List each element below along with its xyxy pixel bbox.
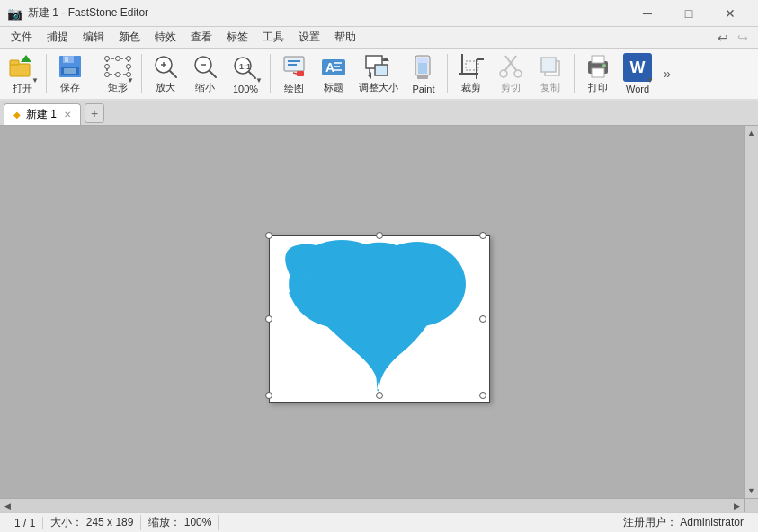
handle-mid-right[interactable] <box>479 315 486 323</box>
cut-svg <box>498 54 523 79</box>
svg-point-10 <box>116 56 120 60</box>
print-icon <box>584 53 612 79</box>
tab-1[interactable]: ◆ 新建 1 ✕ <box>4 103 81 125</box>
rect-icon <box>103 53 132 79</box>
menu-file[interactable]: 文件 <box>4 28 40 48</box>
handle-bottom-mid[interactable] <box>376 392 383 399</box>
paint-svg <box>410 54 437 81</box>
zoom-in-svg <box>153 54 178 79</box>
draw-label: 绘图 <box>284 82 304 95</box>
window-controls: ─ □ ✕ <box>627 0 751 27</box>
svg-point-14 <box>116 72 120 76</box>
separator-1 <box>46 54 47 93</box>
separator-6 <box>574 54 575 93</box>
undo-button[interactable]: ↩ <box>715 31 731 45</box>
menu-help[interactable]: 帮助 <box>327 28 363 48</box>
handle-bottom-right[interactable] <box>479 392 486 399</box>
save-svg <box>58 54 83 79</box>
zoom-100-button[interactable]: 1:1 100% ▼ <box>226 50 265 97</box>
zoom-out-icon <box>191 53 219 79</box>
titlebar: 📷 新建 1 - FastStone Editor ─ □ ✕ <box>0 0 758 27</box>
image-container <box>258 225 501 413</box>
handle-bottom-left[interactable] <box>265 392 272 399</box>
menu-view[interactable]: 查看 <box>183 28 219 48</box>
menu-color[interactable]: 颜色 <box>111 28 147 48</box>
scroll-up-button[interactable]: ▲ <box>745 126 759 140</box>
tab-close-button[interactable]: ✕ <box>64 110 71 120</box>
tag-icon: A <box>319 53 348 79</box>
vertical-scrollbar: ▲ ▼ <box>744 126 758 498</box>
handle-top-left[interactable] <box>265 232 272 239</box>
separator-5 <box>447 54 448 93</box>
svg-rect-5 <box>65 57 68 62</box>
svg-rect-38 <box>375 65 388 75</box>
page-indicator: 1 / 1 <box>7 517 43 529</box>
menu-tag[interactable]: 标签 <box>219 28 255 48</box>
open-button[interactable]: 打开 ▼ <box>4 50 41 97</box>
scroll-left-button[interactable]: ◀ <box>0 499 14 513</box>
handle-top-right[interactable] <box>479 232 486 239</box>
size-info: 大小： 245 x 189 <box>43 515 141 530</box>
rect-button[interactable]: 矩形 ▼ <box>99 50 137 97</box>
svg-rect-7 <box>64 68 76 74</box>
horizontal-scrollbar: ◀ ▶ <box>0 498 744 512</box>
open-icon <box>8 53 37 80</box>
separator-4 <box>270 54 271 93</box>
size-value: 245 x 189 <box>86 516 134 528</box>
close-button[interactable]: ✕ <box>709 0 751 27</box>
copy-button[interactable]: 复制 <box>531 50 569 97</box>
crop-button[interactable]: 裁剪 <box>452 50 490 97</box>
tabbar: ◆ 新建 1 ✕ + <box>0 101 758 126</box>
menu-settings[interactable]: 设置 <box>291 28 327 48</box>
handle-mid-left[interactable] <box>265 315 272 323</box>
svg-rect-57 <box>541 58 556 72</box>
adjust-button[interactable]: 调整大小 <box>354 50 403 97</box>
svg-point-12 <box>127 64 131 68</box>
copy-svg <box>538 54 563 79</box>
svg-line-26 <box>249 72 255 78</box>
scroll-down-button[interactable]: ▼ <box>745 483 759 498</box>
separator-3 <box>141 54 142 93</box>
handle-top-mid[interactable] <box>376 232 383 239</box>
zoom-info: 缩放： 100% <box>141 515 219 530</box>
open-dropdown-arrow: ▼ <box>31 76 39 84</box>
paint-button[interactable]: Paint <box>405 50 442 97</box>
print-button[interactable]: 打印 <box>579 50 617 97</box>
rect-dropdown-arrow: ▼ <box>127 76 134 84</box>
menu-effects[interactable]: 特效 <box>147 28 183 48</box>
save-button[interactable]: 保存 <box>51 50 89 97</box>
scroll-right-button[interactable]: ▶ <box>729 499 744 513</box>
cut-button[interactable]: 剪切 <box>492 50 530 97</box>
svg-text:1:1: 1:1 <box>239 62 251 71</box>
zoom-in-button[interactable]: 放大 <box>147 50 184 97</box>
svg-text:A: A <box>325 60 334 75</box>
paint-icon <box>409 53 438 82</box>
maximize-button[interactable]: □ <box>668 0 709 27</box>
tab-label: 新建 1 <box>26 107 57 122</box>
tag-label: 标题 <box>324 81 343 94</box>
app-icon: 📷 <box>7 6 22 21</box>
page-value: 1 / 1 <box>14 517 35 529</box>
word-label: Word <box>626 84 649 94</box>
zoom-out-label: 缩小 <box>195 81 215 94</box>
zoom-out-button[interactable]: 缩小 <box>186 50 224 97</box>
menu-edit[interactable]: 编辑 <box>76 28 111 48</box>
minimize-button[interactable]: ─ <box>627 0 668 27</box>
zoom-dropdown-arrow: ▼ <box>255 76 263 84</box>
menu-capture[interactable]: 捕提 <box>40 28 76 48</box>
svg-marker-2 <box>21 55 31 62</box>
separator-2 <box>94 54 94 93</box>
tag-button[interactable]: A 标题 <box>315 50 352 97</box>
toolbar: 打开 ▼ 保存 <box>0 49 758 101</box>
paint-label: Paint <box>412 84 434 94</box>
more-button[interactable]: » <box>658 50 676 97</box>
svg-rect-46 <box>417 75 428 79</box>
redo-button[interactable]: ↪ <box>735 31 751 45</box>
draw-button[interactable]: 绘图 <box>275 50 313 97</box>
word-button[interactable]: W Word ▼ <box>619 50 656 97</box>
svg-line-23 <box>210 71 216 77</box>
menu-tools[interactable]: 工具 <box>255 28 291 48</box>
crop-icon <box>457 53 486 79</box>
new-tab-button[interactable]: + <box>85 103 104 123</box>
svg-rect-44 <box>417 58 428 63</box>
